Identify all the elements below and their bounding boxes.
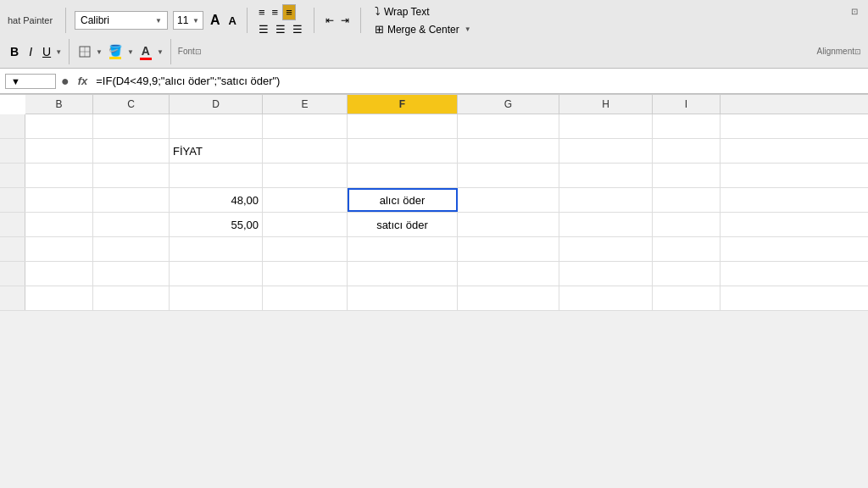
font-name-dropdown[interactable]: Calibri ▼ <box>75 11 168 30</box>
cell-g5[interactable] <box>458 213 559 236</box>
cell-g3[interactable] <box>458 164 559 187</box>
decrease-indent-button[interactable]: ⇤ <box>323 14 337 27</box>
cell-b5[interactable] <box>25 213 93 236</box>
cell-i1[interactable] <box>653 114 721 138</box>
cell-h4[interactable] <box>559 188 653 212</box>
align-right-button[interactable]: ☰ <box>290 22 305 36</box>
cell-c3[interactable] <box>93 164 170 187</box>
font-color-button[interactable]: A <box>137 42 154 62</box>
cell-c2[interactable] <box>93 139 170 163</box>
cell-c8[interactable] <box>93 286 170 310</box>
align-top-right-button[interactable]: ≡ <box>282 4 296 20</box>
col-header-g[interactable]: G <box>458 95 559 114</box>
cell-i8[interactable] <box>653 286 721 310</box>
align-center-button[interactable]: ☰ <box>273 22 288 36</box>
cell-c6[interactable] <box>93 237 170 261</box>
cell-e5[interactable] <box>263 213 348 236</box>
borders-arrow-icon: ▼ <box>96 48 103 56</box>
col-header-i[interactable]: I <box>653 95 721 114</box>
col-header-d[interactable]: D <box>170 95 263 114</box>
cell-f4[interactable]: alıcı öder <box>348 188 458 212</box>
underline-button[interactable]: U <box>39 42 54 62</box>
cell-d4[interactable]: 48,00 <box>170 188 263 212</box>
shrink-font-button[interactable]: A <box>227 14 238 27</box>
cell-f2[interactable] <box>348 139 458 163</box>
cell-i3[interactable] <box>653 164 721 187</box>
cell-e3[interactable] <box>263 164 348 187</box>
grow-font-button[interactable]: A <box>209 13 222 28</box>
align-top-center-button[interactable]: ≡ <box>270 5 281 19</box>
cell-d7[interactable] <box>170 262 263 286</box>
cell-c7[interactable] <box>93 262 170 286</box>
col-header-f[interactable]: F <box>348 95 458 114</box>
cell-h3[interactable] <box>559 164 653 187</box>
cell-f6[interactable] <box>348 237 458 261</box>
cell-h8[interactable] <box>559 286 653 310</box>
cell-h1[interactable] <box>559 114 653 138</box>
col-header-h[interactable]: H <box>559 95 653 114</box>
cell-d3[interactable] <box>170 164 263 187</box>
cell-b7[interactable] <box>25 262 93 286</box>
cell-g7[interactable] <box>458 262 559 286</box>
cell-b6[interactable] <box>25 237 93 261</box>
cell-i5[interactable] <box>653 213 721 236</box>
cell-h6[interactable] <box>559 237 653 261</box>
cell-f3[interactable] <box>348 164 458 187</box>
col-header-b[interactable]: B <box>25 95 93 114</box>
cell-h5[interactable] <box>559 213 653 236</box>
cell-d2[interactable]: FİYAT <box>170 139 263 163</box>
fill-color-button[interactable]: 🪣 <box>106 42 125 62</box>
font-section-dialog-icon[interactable]: ⊡ <box>195 47 202 56</box>
cell-e7[interactable] <box>263 262 348 286</box>
cell-i4[interactable] <box>653 188 721 212</box>
cell-e2[interactable] <box>263 139 348 163</box>
alignment-section-dialog-icon[interactable]: ⊡ <box>851 7 858 16</box>
align-top-left-button[interactable]: ≡ <box>256 5 268 19</box>
cell-f7[interactable] <box>348 262 458 286</box>
table-row: FİYAT <box>0 139 868 164</box>
cell-d6[interactable] <box>170 237 263 261</box>
cell-d8[interactable] <box>170 286 263 310</box>
cell-c1[interactable] <box>93 114 170 138</box>
cell-h2[interactable] <box>559 139 653 163</box>
cell-b2[interactable] <box>25 139 93 163</box>
cell-b1[interactable] <box>25 114 93 138</box>
cell-b8[interactable] <box>25 286 93 310</box>
merge-center-arrow-icon: ▼ <box>465 25 471 33</box>
cell-f1[interactable] <box>348 114 458 138</box>
merge-center-button[interactable]: ⊞ Merge & Center ▼ <box>370 21 476 37</box>
cell-ref-box[interactable]: ▼ <box>5 74 56 89</box>
cell-g1[interactable] <box>458 114 559 138</box>
cell-c5[interactable] <box>93 213 170 236</box>
cell-g4[interactable] <box>458 188 559 212</box>
wrap-text-button[interactable]: ⤵ Wrap Text <box>370 3 476 19</box>
cell-e1[interactable] <box>263 114 348 138</box>
cell-f8[interactable] <box>348 286 458 310</box>
cell-c4[interactable] <box>93 188 170 212</box>
col-header-e[interactable]: E <box>263 95 348 114</box>
alignment-section-dialog-icon2[interactable]: ⊡ <box>854 47 861 56</box>
cell-f5[interactable]: satıcı öder <box>348 213 458 236</box>
cell-b4[interactable] <box>25 188 93 212</box>
increase-indent-button[interactable]: ⇥ <box>338 14 352 27</box>
borders-icon <box>79 46 91 58</box>
cell-b3[interactable] <box>25 164 93 187</box>
cell-e4[interactable] <box>263 188 348 212</box>
cell-h7[interactable] <box>559 262 653 286</box>
bold-button[interactable]: B <box>7 42 22 62</box>
cell-g6[interactable] <box>458 237 559 261</box>
align-left-button[interactable]: ☰ <box>256 22 271 36</box>
italic-button[interactable]: I <box>25 42 36 62</box>
cell-d1[interactable] <box>170 114 263 138</box>
cell-e6[interactable] <box>263 237 348 261</box>
cell-i2[interactable] <box>653 139 721 163</box>
cell-d5[interactable]: 55,00 <box>170 213 263 236</box>
font-size-dropdown[interactable]: 11 ▼ <box>173 11 203 30</box>
cell-e8[interactable] <box>263 286 348 310</box>
cell-g8[interactable] <box>458 286 559 310</box>
col-header-c[interactable]: C <box>93 95 170 114</box>
cell-g2[interactable] <box>458 139 559 163</box>
cell-i6[interactable] <box>653 237 721 261</box>
borders-button[interactable] <box>76 42 93 62</box>
cell-i7[interactable] <box>653 262 721 286</box>
